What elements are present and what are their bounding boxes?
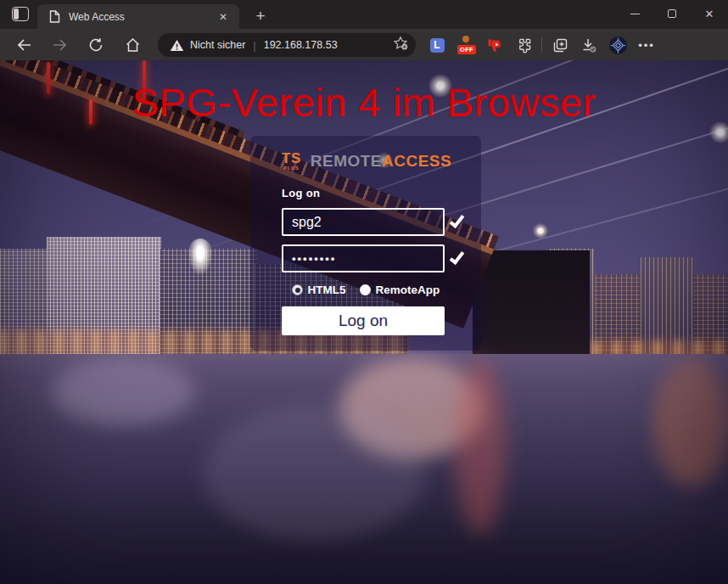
extensions-puzzle-icon[interactable] xyxy=(513,35,534,55)
radio-remoteapp-label: RemoteApp xyxy=(376,284,440,296)
tab-title: Web Access xyxy=(69,11,216,23)
tab-close-icon[interactable]: ✕ xyxy=(216,9,231,25)
security-label[interactable]: Nicht sicher xyxy=(190,39,245,51)
browser-toolbar: Nicht sicher | 192.168.178.53 L OFF xyxy=(0,29,728,60)
webpage-content: SPG-Verein 4 im Browser TS PLUS REMOTE A… xyxy=(0,60,728,584)
radio-remoteapp-unselected[interactable] xyxy=(360,284,371,295)
add-favorite-star-icon[interactable] xyxy=(393,36,409,54)
avatar-knot-pattern xyxy=(609,36,627,54)
water-reflection xyxy=(653,359,728,486)
logon-button[interactable]: Log on xyxy=(282,306,445,335)
logo-access: ACCESS xyxy=(382,152,451,171)
water-reflection xyxy=(455,357,506,536)
tsplus-remoteaccess-logo: TS PLUS REMOTE ACCESS xyxy=(282,151,450,171)
water xyxy=(0,354,728,584)
new-tab-button[interactable]: + xyxy=(249,5,272,27)
browser-window: Web Access ✕ + ✕ xyxy=(0,0,728,584)
reload-icon xyxy=(88,37,104,53)
sky-light xyxy=(533,223,548,239)
logo-remote: REMOTE xyxy=(311,152,382,171)
back-button[interactable] xyxy=(14,35,34,55)
downloads-icon[interactable] xyxy=(579,35,599,55)
extensions-row: L OFF xyxy=(423,35,661,55)
bridge-pier xyxy=(473,250,590,361)
page-document-icon xyxy=(49,10,60,23)
forward-button[interactable] xyxy=(49,35,70,55)
username-input[interactable] xyxy=(282,208,445,236)
profile-avatar[interactable] xyxy=(608,35,628,55)
logo-ts: TS xyxy=(282,151,301,166)
lit-tower xyxy=(185,239,216,286)
home-button[interactable] xyxy=(122,35,143,55)
password-valid-check-icon xyxy=(450,249,465,265)
close-button[interactable]: ✕ xyxy=(691,0,728,27)
tab-strip: Web Access ✕ + ✕ xyxy=(0,0,728,29)
water-reflection xyxy=(204,405,424,541)
logo-plus: PLUS xyxy=(283,166,300,171)
extension-dislike-icon[interactable] xyxy=(484,35,505,55)
maximize-button[interactable] xyxy=(653,0,691,27)
collections-icon[interactable] xyxy=(550,35,570,55)
forward-arrow-icon xyxy=(52,37,68,53)
off-badge: OFF xyxy=(457,45,476,54)
radio-option-html5[interactable]: HTML5 xyxy=(292,284,346,296)
extension-l-icon[interactable]: L xyxy=(427,35,447,55)
minimize-icon xyxy=(630,14,640,14)
tab-web-access[interactable]: Web Access ✕ xyxy=(37,4,239,29)
address-bar[interactable]: Nicht sicher | 192.168.178.53 xyxy=(158,33,416,57)
home-icon xyxy=(125,37,141,53)
reload-button[interactable] xyxy=(86,35,106,55)
pin-icon xyxy=(462,36,469,42)
settings-menu-button[interactable]: ••• xyxy=(636,35,657,55)
maximize-icon xyxy=(668,9,676,18)
address-url[interactable]: 192.168.178.53 xyxy=(264,39,393,51)
username-valid-check-icon xyxy=(450,212,465,228)
connection-mode-options: HTML5 RemoteApp xyxy=(250,284,481,296)
back-arrow-icon xyxy=(16,37,32,53)
window-controls: ✕ xyxy=(616,0,728,27)
address-divider: | xyxy=(253,39,255,52)
password-input[interactable] xyxy=(282,244,445,272)
login-panel: TS PLUS REMOTE ACCESS Log on HTML5 xyxy=(250,136,481,351)
extension-off-icon[interactable]: OFF xyxy=(456,35,476,55)
radio-option-remoteapp[interactable]: RemoteApp xyxy=(360,284,440,296)
water-reflection xyxy=(51,357,195,425)
toolbar-divider xyxy=(541,37,542,53)
page-title: SPG-Verein 4 im Browser xyxy=(0,79,728,126)
logon-label: Log on xyxy=(282,187,320,199)
radio-html5-label: HTML5 xyxy=(308,284,346,296)
not-secure-warning-icon[interactable] xyxy=(170,39,184,52)
workspaces-icon[interactable] xyxy=(12,7,29,21)
radio-html5-selected[interactable] xyxy=(292,284,303,295)
minimize-button[interactable] xyxy=(616,0,653,27)
